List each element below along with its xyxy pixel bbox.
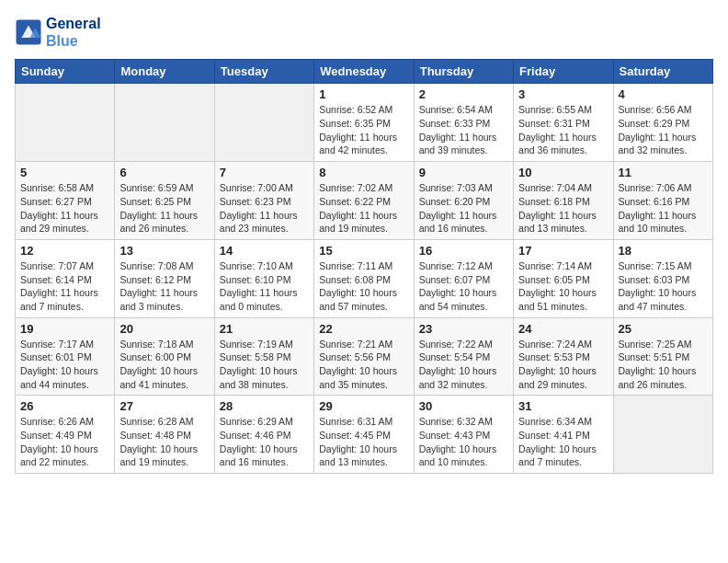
day-number: 31 bbox=[518, 399, 608, 413]
day-info: Sunrise: 6:56 AM Sunset: 6:29 PM Dayligh… bbox=[619, 103, 708, 157]
calendar-day-header: Thursday bbox=[414, 60, 513, 84]
day-info: Sunrise: 7:07 AM Sunset: 6:14 PM Dayligh… bbox=[20, 259, 109, 314]
day-info: Sunrise: 7:02 AM Sunset: 6:22 PM Dayligh… bbox=[319, 181, 408, 236]
day-info: Sunrise: 7:10 AM Sunset: 6:10 PM Dayligh… bbox=[220, 259, 309, 314]
calendar-day-cell: 17Sunrise: 7:14 AM Sunset: 6:05 PM Dayli… bbox=[514, 239, 613, 317]
day-number: 4 bbox=[619, 87, 708, 101]
calendar-day-cell: 18Sunrise: 7:15 AM Sunset: 6:03 PM Dayli… bbox=[613, 239, 712, 317]
day-info: Sunrise: 7:19 AM Sunset: 5:58 PM Dayligh… bbox=[220, 338, 309, 392]
logo-text: General Blue bbox=[46, 15, 101, 50]
day-info: Sunrise: 7:18 AM Sunset: 6:00 PM Dayligh… bbox=[119, 338, 209, 392]
calendar-day-cell: 22Sunrise: 7:21 AM Sunset: 5:56 PM Dayli… bbox=[314, 317, 414, 396]
calendar-day-cell: 10Sunrise: 7:04 AM Sunset: 6:18 PM Dayli… bbox=[514, 162, 613, 240]
calendar-day-cell bbox=[613, 396, 712, 474]
logo-icon bbox=[15, 18, 42, 46]
calendar-day-cell: 11Sunrise: 7:06 AM Sunset: 6:16 PM Dayli… bbox=[613, 162, 712, 240]
calendar-day-cell: 3Sunrise: 6:55 AM Sunset: 6:31 PM Daylig… bbox=[514, 84, 613, 162]
calendar-day-cell bbox=[16, 84, 115, 162]
day-number: 7 bbox=[220, 166, 309, 179]
day-number: 2 bbox=[419, 87, 508, 101]
calendar-day-cell: 12Sunrise: 7:07 AM Sunset: 6:14 PM Dayli… bbox=[16, 239, 115, 317]
day-info: Sunrise: 6:59 AM Sunset: 6:25 PM Dayligh… bbox=[119, 181, 209, 236]
calendar-day-cell: 29Sunrise: 6:31 AM Sunset: 4:45 PM Dayli… bbox=[314, 396, 414, 474]
day-number: 5 bbox=[20, 166, 109, 179]
calendar-day-header: Saturday bbox=[613, 60, 712, 84]
calendar-day-header: Friday bbox=[514, 60, 613, 84]
calendar-day-cell: 25Sunrise: 7:25 AM Sunset: 5:51 PM Dayli… bbox=[613, 317, 712, 396]
calendar-day-header: Monday bbox=[115, 60, 214, 84]
day-info: Sunrise: 7:06 AM Sunset: 6:16 PM Dayligh… bbox=[619, 181, 708, 236]
day-number: 24 bbox=[518, 322, 608, 336]
calendar-day-cell: 13Sunrise: 7:08 AM Sunset: 6:12 PM Dayli… bbox=[115, 239, 214, 317]
calendar-day-cell: 24Sunrise: 7:24 AM Sunset: 5:53 PM Dayli… bbox=[514, 317, 613, 396]
day-info: Sunrise: 7:22 AM Sunset: 5:54 PM Dayligh… bbox=[419, 338, 508, 392]
day-number: 25 bbox=[619, 322, 708, 336]
calendar-day-cell: 27Sunrise: 6:28 AM Sunset: 4:48 PM Dayli… bbox=[115, 396, 214, 474]
calendar-day-cell: 14Sunrise: 7:10 AM Sunset: 6:10 PM Dayli… bbox=[214, 239, 313, 317]
calendar-day-cell bbox=[214, 84, 313, 162]
day-number: 12 bbox=[20, 244, 109, 258]
day-number: 15 bbox=[319, 244, 408, 258]
calendar-day-cell: 30Sunrise: 6:32 AM Sunset: 4:43 PM Dayli… bbox=[414, 396, 513, 474]
calendar-day-header: Tuesday bbox=[214, 60, 313, 84]
calendar-day-cell: 4Sunrise: 6:56 AM Sunset: 6:29 PM Daylig… bbox=[613, 84, 712, 162]
day-number: 8 bbox=[319, 166, 408, 179]
day-number: 14 bbox=[220, 244, 309, 258]
day-number: 16 bbox=[419, 244, 508, 258]
calendar-day-cell: 16Sunrise: 7:12 AM Sunset: 6:07 PM Dayli… bbox=[414, 239, 513, 317]
calendar-header-row: SundayMondayTuesdayWednesdayThursdayFrid… bbox=[16, 60, 713, 84]
day-number: 22 bbox=[319, 322, 408, 336]
day-number: 13 bbox=[119, 244, 209, 258]
day-info: Sunrise: 7:15 AM Sunset: 6:03 PM Dayligh… bbox=[619, 259, 708, 314]
calendar-day-cell: 7Sunrise: 7:00 AM Sunset: 6:23 PM Daylig… bbox=[214, 162, 313, 240]
calendar-day-cell: 1Sunrise: 6:52 AM Sunset: 6:35 PM Daylig… bbox=[314, 84, 414, 162]
day-info: Sunrise: 7:08 AM Sunset: 6:12 PM Dayligh… bbox=[119, 259, 209, 314]
day-info: Sunrise: 6:26 AM Sunset: 4:49 PM Dayligh… bbox=[20, 415, 109, 469]
calendar-day-cell: 2Sunrise: 6:54 AM Sunset: 6:33 PM Daylig… bbox=[414, 84, 513, 162]
calendar-week-row: 12Sunrise: 7:07 AM Sunset: 6:14 PM Dayli… bbox=[16, 239, 713, 317]
day-number: 9 bbox=[419, 166, 508, 179]
day-info: Sunrise: 6:34 AM Sunset: 4:41 PM Dayligh… bbox=[518, 415, 608, 469]
day-number: 29 bbox=[319, 399, 408, 413]
day-number: 3 bbox=[518, 87, 608, 101]
day-info: Sunrise: 7:21 AM Sunset: 5:56 PM Dayligh… bbox=[319, 338, 408, 392]
calendar-day-cell: 28Sunrise: 6:29 AM Sunset: 4:46 PM Dayli… bbox=[214, 396, 313, 474]
calendar-day-cell bbox=[115, 84, 214, 162]
day-number: 11 bbox=[619, 166, 708, 179]
day-info: Sunrise: 6:28 AM Sunset: 4:48 PM Dayligh… bbox=[119, 415, 209, 469]
day-number: 23 bbox=[419, 322, 508, 336]
day-number: 6 bbox=[119, 166, 209, 179]
calendar-day-cell: 31Sunrise: 6:34 AM Sunset: 4:41 PM Dayli… bbox=[514, 396, 613, 474]
day-number: 27 bbox=[119, 399, 209, 413]
calendar-week-row: 1Sunrise: 6:52 AM Sunset: 6:35 PM Daylig… bbox=[16, 84, 713, 162]
day-number: 10 bbox=[518, 166, 608, 179]
day-info: Sunrise: 7:00 AM Sunset: 6:23 PM Dayligh… bbox=[220, 181, 309, 236]
day-info: Sunrise: 7:11 AM Sunset: 6:08 PM Dayligh… bbox=[319, 259, 408, 314]
calendar-header: SundayMondayTuesdayWednesdayThursdayFrid… bbox=[16, 60, 713, 84]
day-info: Sunrise: 6:32 AM Sunset: 4:43 PM Dayligh… bbox=[419, 415, 508, 469]
calendar-day-cell: 6Sunrise: 6:59 AM Sunset: 6:25 PM Daylig… bbox=[115, 162, 214, 240]
page-header: General Blue bbox=[15, 15, 713, 50]
calendar-day-cell: 26Sunrise: 6:26 AM Sunset: 4:49 PM Dayli… bbox=[16, 396, 115, 474]
logo: General Blue bbox=[15, 15, 101, 50]
calendar-day-cell: 20Sunrise: 7:18 AM Sunset: 6:00 PM Dayli… bbox=[115, 317, 214, 396]
calendar-body: 1Sunrise: 6:52 AM Sunset: 6:35 PM Daylig… bbox=[16, 84, 713, 474]
day-info: Sunrise: 6:54 AM Sunset: 6:33 PM Dayligh… bbox=[419, 103, 508, 157]
calendar-day-cell: 23Sunrise: 7:22 AM Sunset: 5:54 PM Dayli… bbox=[414, 317, 513, 396]
day-number: 17 bbox=[518, 244, 608, 258]
calendar-day-cell: 19Sunrise: 7:17 AM Sunset: 6:01 PM Dayli… bbox=[16, 317, 115, 396]
day-info: Sunrise: 6:29 AM Sunset: 4:46 PM Dayligh… bbox=[220, 415, 309, 469]
day-number: 26 bbox=[20, 399, 109, 413]
calendar-day-cell: 5Sunrise: 6:58 AM Sunset: 6:27 PM Daylig… bbox=[16, 162, 115, 240]
day-info: Sunrise: 7:12 AM Sunset: 6:07 PM Dayligh… bbox=[419, 259, 508, 314]
day-info: Sunrise: 6:52 AM Sunset: 6:35 PM Dayligh… bbox=[319, 103, 408, 157]
day-number: 30 bbox=[419, 399, 508, 413]
day-info: Sunrise: 7:04 AM Sunset: 6:18 PM Dayligh… bbox=[518, 181, 608, 236]
calendar-week-row: 5Sunrise: 6:58 AM Sunset: 6:27 PM Daylig… bbox=[16, 162, 713, 240]
calendar-day-cell: 8Sunrise: 7:02 AM Sunset: 6:22 PM Daylig… bbox=[314, 162, 414, 240]
day-number: 21 bbox=[220, 322, 309, 336]
calendar-week-row: 26Sunrise: 6:26 AM Sunset: 4:49 PM Dayli… bbox=[16, 396, 713, 474]
day-number: 20 bbox=[119, 322, 209, 336]
day-info: Sunrise: 7:25 AM Sunset: 5:51 PM Dayligh… bbox=[619, 338, 708, 392]
calendar-week-row: 19Sunrise: 7:17 AM Sunset: 6:01 PM Dayli… bbox=[16, 317, 713, 396]
